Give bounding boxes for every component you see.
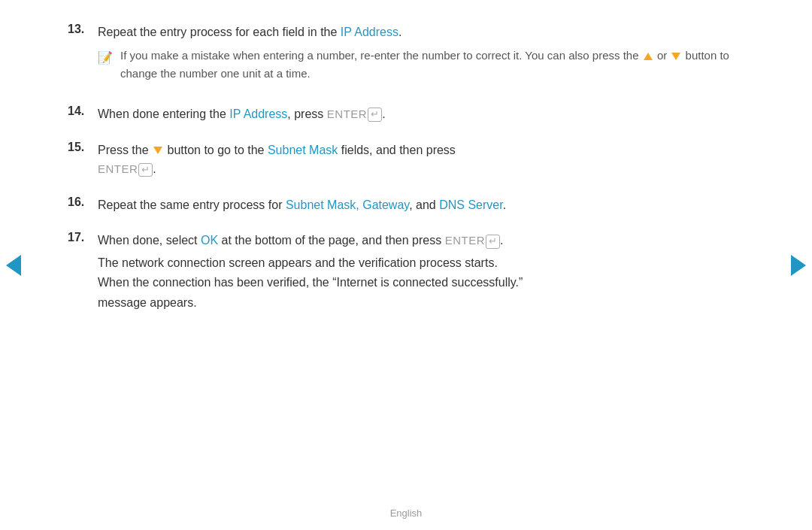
step-17-period: .: [500, 234, 503, 247]
step-14-highlight: IP Address: [229, 108, 287, 120]
step-15-number: 15.: [68, 141, 98, 154]
footer-language: English: [390, 507, 423, 519]
step-15: 15. Press the button to go to the Subnet…: [68, 141, 744, 179]
step-17-text-middle: at the bottom of the page, and then pres…: [218, 234, 445, 247]
step-13: 13. Repeat the entry process for each fi…: [68, 23, 744, 88]
step-16-content: Repeat the same entry process for Subnet…: [98, 195, 744, 215]
step-16-text-middle: , and: [409, 198, 439, 211]
nav-arrow-left[interactable]: [6, 255, 21, 276]
step-15-enter: ENTER: [98, 162, 138, 175]
note-text-before: If you make a mistake when entering a nu…: [120, 49, 642, 62]
step-16-highlight2: DNS Server: [439, 198, 502, 211]
page-container: 13. Repeat the entry process for each fi…: [0, 0, 812, 530]
step-17-enter: ENTER: [445, 234, 485, 247]
step-13-note-text: If you make a mistake when entering a nu…: [120, 47, 744, 84]
step-16-highlight1: Subnet Mask, Gateway: [286, 198, 409, 211]
step-17-content: When done, select OK at the bottom of th…: [98, 231, 744, 313]
step-17-line3: message appears.: [98, 296, 197, 309]
note-text-or: or: [654, 49, 671, 62]
step-17-text-before: When done, select: [98, 234, 201, 247]
content-area: 13. Repeat the entry process for each fi…: [0, 0, 812, 500]
step-15-content: Press the button to go to the Subnet Mas…: [98, 141, 744, 179]
step-16-number: 16.: [68, 195, 98, 209]
step-16-period: .: [503, 198, 506, 211]
arrow-up-icon: [644, 53, 653, 60]
step-15-text-middle: button to go to the: [164, 144, 268, 156]
step-15-arrow-down: [153, 147, 162, 154]
step-17-number: 17.: [68, 231, 98, 244]
footer: English: [0, 500, 812, 530]
step-17-enter-icon: ↵: [486, 235, 500, 249]
step-14-enter-icon: ↵: [368, 108, 382, 122]
step-17-line1: The network connection screen appears an…: [98, 256, 498, 269]
step-14-content: When done entering the IP Address, press…: [98, 104, 744, 124]
step-15-highlight: Subnet Mask: [268, 144, 338, 156]
step-13-number: 13.: [68, 23, 98, 36]
step-13-text-before: Repeat the entry process for each field …: [98, 26, 341, 38]
step-17: 17. When done, select OK at the bottom o…: [68, 231, 744, 313]
step-17-line2: When the connection has been verified, t…: [98, 276, 523, 289]
step-17-extra: The network connection screen appears an…: [98, 253, 744, 313]
step-15-text-before: Press the: [98, 144, 152, 156]
step-15-period: .: [153, 162, 156, 175]
step-13-text-after: .: [398, 26, 401, 38]
step-14-enter: ENTER: [327, 108, 367, 120]
arrow-down-icon: [671, 53, 680, 60]
step-17-ok: OK: [201, 234, 218, 247]
step-14-text-after: , press: [287, 108, 326, 120]
step-14: 14. When done entering the IP Address, p…: [68, 104, 744, 124]
step-15-enter-icon: ↵: [138, 163, 153, 177]
step-14-text-before: When done entering the: [98, 108, 229, 120]
step-15-text-after: fields, and then press: [338, 144, 456, 156]
step-16-text-before: Repeat the same entry process for: [98, 198, 286, 211]
step-13-note: 📝 If you make a mistake when entering a …: [98, 47, 744, 84]
note-icon: 📝: [98, 48, 113, 68]
step-13-highlight: IP Address: [341, 26, 398, 38]
step-14-period: .: [382, 108, 385, 120]
step-16: 16. Repeat the same entry process for Su…: [68, 195, 744, 215]
nav-arrow-right[interactable]: [791, 255, 806, 276]
step-13-content: Repeat the entry process for each field …: [98, 23, 744, 88]
step-14-number: 14.: [68, 104, 98, 118]
